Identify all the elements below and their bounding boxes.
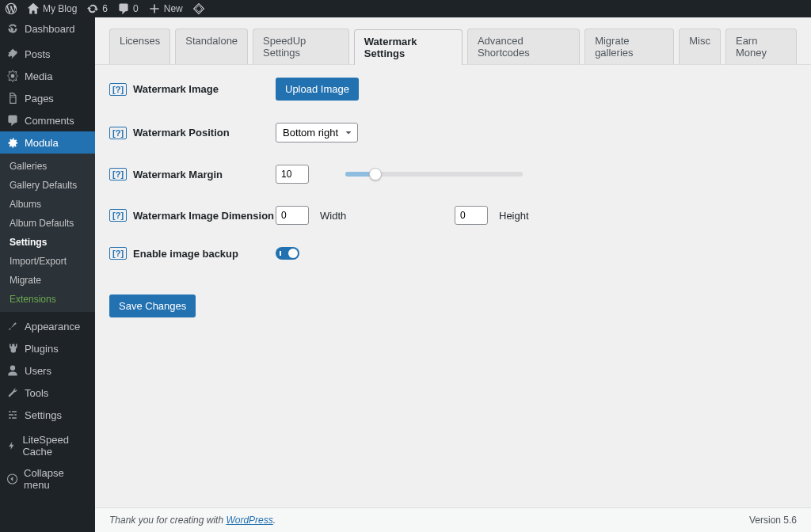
media-icon bbox=[6, 70, 19, 82]
upload-image-button[interactable]: Upload Image bbox=[276, 78, 359, 101]
help-icon[interactable]: [?] bbox=[109, 127, 127, 139]
diamond-icon bbox=[192, 2, 205, 15]
bolt-icon bbox=[6, 439, 17, 452]
chevron-down-icon bbox=[343, 127, 354, 139]
submenu-albums[interactable]: Albums bbox=[0, 195, 95, 214]
menu-label: Users bbox=[25, 365, 51, 377]
version-text: Version 5.6 bbox=[749, 515, 797, 526]
page-icon bbox=[6, 92, 19, 104]
settings-tabs: Licenses Standalone SpeedUp Settings Wat… bbox=[95, 17, 811, 65]
user-icon bbox=[6, 364, 19, 377]
tab-migrate-galleries[interactable]: Migrate galleries bbox=[584, 28, 674, 64]
menu-label: Plugins bbox=[25, 343, 59, 355]
sidebar-item-appearance[interactable]: Appearance bbox=[0, 315, 95, 337]
menu-label: Modula bbox=[25, 137, 59, 149]
comments-count: 0 bbox=[133, 3, 139, 14]
brush-icon bbox=[6, 320, 19, 332]
comment-icon bbox=[117, 2, 130, 15]
footer-suffix: . bbox=[273, 515, 276, 526]
field-label: Watermark Image Dimension bbox=[133, 210, 274, 222]
width-input[interactable]: 0 bbox=[276, 206, 309, 225]
update-icon bbox=[86, 2, 99, 15]
tab-standalone[interactable]: Standalone bbox=[175, 28, 248, 64]
margin-input[interactable]: 10 bbox=[276, 165, 309, 184]
modula-adminbar-icon[interactable] bbox=[192, 2, 205, 15]
admin-sidebar: Dashboard Posts Media Pages Comments Mod… bbox=[0, 17, 95, 532]
new-label: New bbox=[164, 3, 183, 14]
sidebar-item-litespeed[interactable]: LiteSpeed Cache bbox=[0, 429, 95, 462]
slider-thumb[interactable] bbox=[369, 168, 382, 180]
submenu-album-defaults[interactable]: Album Defaults bbox=[0, 214, 95, 233]
sidebar-item-tools[interactable]: Tools bbox=[0, 382, 95, 404]
help-icon[interactable]: [?] bbox=[109, 83, 127, 96]
height-label: Height bbox=[499, 210, 539, 222]
plus-icon bbox=[148, 2, 161, 15]
submenu-gallery-defaults[interactable]: Gallery Defaults bbox=[0, 176, 95, 195]
sidebar-collapse[interactable]: Collapse menu bbox=[0, 462, 95, 496]
new-content-link[interactable]: New bbox=[148, 2, 183, 15]
sidebar-item-comments[interactable]: Comments bbox=[0, 109, 95, 131]
height-input[interactable]: 0 bbox=[455, 206, 488, 225]
save-changes-button[interactable]: Save Changes bbox=[109, 294, 196, 317]
modula-submenu: Galleries Gallery Defaults Albums Album … bbox=[0, 154, 95, 312]
submenu-migrate[interactable]: Migrate bbox=[0, 271, 95, 290]
menu-label: LiteSpeed Cache bbox=[22, 434, 89, 458]
menu-label: Media bbox=[25, 70, 52, 82]
tab-earn-money[interactable]: Earn Money bbox=[725, 28, 797, 64]
row-watermark-image: [?] Watermark Image Upload Image bbox=[109, 78, 797, 101]
position-select[interactable]: Bottom right bbox=[276, 123, 358, 142]
menu-label: Collapse menu bbox=[24, 467, 89, 491]
wordpress-logo-menu[interactable] bbox=[5, 2, 17, 15]
toggle-indicator bbox=[280, 251, 281, 256]
menu-label: Settings bbox=[25, 409, 62, 421]
submenu-settings[interactable]: Settings bbox=[0, 233, 95, 252]
field-label: Watermark Image bbox=[133, 83, 219, 95]
row-enable-backup: [?] Enable image backup bbox=[109, 247, 797, 260]
margin-slider[interactable] bbox=[345, 172, 523, 177]
menu-label: Posts bbox=[25, 48, 51, 60]
backup-toggle[interactable] bbox=[276, 247, 299, 260]
sliders-icon bbox=[6, 408, 19, 421]
menu-label: Dashboard bbox=[25, 23, 75, 35]
help-icon[interactable]: [?] bbox=[109, 209, 127, 222]
admin-footer: Thank you for creating with WordPress. V… bbox=[95, 507, 811, 532]
help-icon[interactable]: [?] bbox=[109, 168, 127, 180]
tab-watermark[interactable]: Watermark Settings bbox=[354, 29, 463, 65]
sidebar-item-plugins[interactable]: Plugins bbox=[0, 337, 95, 359]
sidebar-item-users[interactable]: Users bbox=[0, 359, 95, 382]
sidebar-item-modula[interactable]: Modula bbox=[0, 131, 95, 154]
submenu-galleries[interactable]: Galleries bbox=[0, 157, 95, 176]
tab-speedup[interactable]: SpeedUp Settings bbox=[253, 28, 349, 64]
collapse-icon bbox=[6, 473, 18, 485]
updates-count: 6 bbox=[102, 3, 108, 14]
wordpress-link[interactable]: WordPress bbox=[226, 515, 272, 526]
width-label: Width bbox=[320, 210, 360, 222]
field-label: Watermark Position bbox=[133, 127, 230, 139]
menu-label: Appearance bbox=[25, 321, 80, 332]
site-name-link[interactable]: My Blog bbox=[27, 2, 77, 15]
updates-link[interactable]: 6 bbox=[86, 2, 108, 15]
select-value: Bottom right bbox=[283, 127, 338, 139]
sidebar-item-settings[interactable]: Settings bbox=[0, 404, 95, 426]
help-icon[interactable]: [?] bbox=[109, 247, 127, 260]
pin-icon bbox=[6, 48, 19, 60]
home-icon bbox=[27, 2, 40, 15]
row-watermark-position: [?] Watermark Position Bottom right bbox=[109, 123, 797, 142]
svg-point-0 bbox=[11, 74, 15, 78]
comments-link[interactable]: 0 bbox=[117, 2, 139, 15]
menu-label: Tools bbox=[25, 387, 48, 399]
tab-misc[interactable]: Misc bbox=[679, 28, 721, 64]
submenu-extensions[interactable]: Extensions bbox=[0, 290, 95, 309]
tab-advanced-shortcodes[interactable]: Advanced Shortcodes bbox=[467, 28, 580, 64]
sidebar-item-dashboard[interactable]: Dashboard bbox=[0, 17, 95, 40]
field-label: Watermark Margin bbox=[133, 169, 223, 180]
sidebar-item-media[interactable]: Media bbox=[0, 65, 95, 87]
main-content: Licenses Standalone SpeedUp Settings Wat… bbox=[95, 17, 811, 532]
submenu-import-export[interactable]: Import/Export bbox=[0, 252, 95, 271]
sidebar-item-posts[interactable]: Posts bbox=[0, 43, 95, 65]
row-watermark-dimension: [?] Watermark Image Dimension 0 Width 0 … bbox=[109, 206, 797, 225]
gear-icon bbox=[6, 136, 19, 149]
admin-toolbar: My Blog 6 0 New bbox=[0, 0, 811, 17]
sidebar-item-pages[interactable]: Pages bbox=[0, 87, 95, 109]
tab-licenses[interactable]: Licenses bbox=[109, 28, 170, 64]
